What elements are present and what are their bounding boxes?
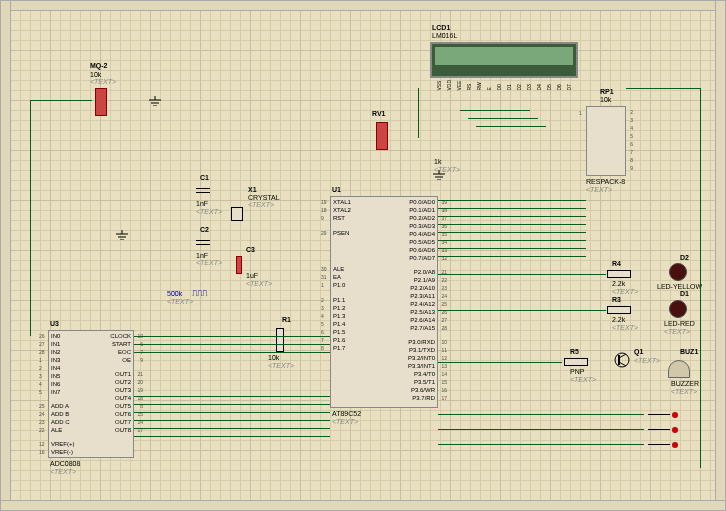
d2-ref: D2 (680, 254, 689, 261)
switch-1[interactable] (648, 410, 678, 420)
switch-2[interactable] (648, 425, 678, 435)
wire (438, 240, 586, 241)
wire (438, 232, 586, 233)
r4-ref: R4 (612, 260, 621, 267)
u3-body[interactable]: 26IN027IN128IN21IN32IN43IN54IN65IN725ADD… (48, 330, 134, 458)
rp1-txt: <TEXT> (586, 186, 612, 193)
q1-txt: <TEXT> (634, 357, 660, 364)
u3-part: ADC0808 (50, 460, 80, 467)
r5-body[interactable] (564, 358, 588, 366)
u3-ref: U3 (50, 320, 59, 327)
buz1-part: BUZZER (671, 380, 699, 387)
wire (134, 436, 330, 437)
x1-ref: X1 (248, 186, 257, 193)
wire (438, 256, 586, 257)
wire (134, 344, 330, 345)
u1-txt: <TEXT> (332, 418, 358, 425)
mq2-pot[interactable] (95, 88, 107, 116)
r1-value: 10k (268, 354, 279, 361)
rp1-ref: RP1 (600, 88, 614, 95)
u1-ref: U1 (332, 186, 341, 193)
r1-txt: <TEXT> (268, 362, 294, 369)
wire (438, 414, 644, 415)
d2-part: LED-YELLOW (657, 283, 702, 290)
wire (30, 100, 31, 336)
ruler-bottom (0, 500, 726, 511)
svg-line-2 (619, 354, 626, 358)
rp1-value: 10k (600, 96, 611, 103)
c2-ref: C2 (200, 226, 209, 233)
r1-body[interactable] (276, 328, 284, 352)
u1-body[interactable]: 19XTAL118XTAL29RST29PSEN30ALE31EA1P1.02P… (330, 196, 438, 408)
wire (700, 88, 701, 468)
wire (438, 208, 586, 209)
buz1-txt: <TEXT> (671, 388, 697, 395)
rv1-value: 1k (434, 158, 441, 165)
rp1-part: RESPACK-8 (586, 178, 625, 185)
x1-part: CRYSTAL (248, 194, 280, 201)
wire (438, 248, 586, 249)
ruler-top (0, 0, 726, 11)
wire (626, 88, 700, 89)
c2-txt: <TEXT> (196, 259, 222, 266)
wire (438, 310, 606, 311)
wire (438, 274, 606, 275)
clock-freq: 500k (167, 290, 182, 297)
rv1-ref: RV1 (372, 110, 386, 117)
d1-txt: <TEXT> (664, 328, 690, 335)
wire (468, 118, 538, 119)
r3-ref: R3 (612, 296, 621, 303)
wire (134, 420, 330, 421)
c1-ref: C1 (200, 174, 209, 181)
mq2-txt: <TEXT> (90, 78, 116, 85)
lcd-ref: LCD1 (432, 24, 450, 31)
switch-3[interactable] (648, 440, 678, 450)
q1-body[interactable] (614, 352, 630, 368)
d1-part: LED-RED (664, 320, 695, 327)
d2-led[interactable] (669, 263, 687, 281)
lcd-part: LM016L (432, 32, 457, 39)
clock-icon[interactable]: ⎍⎍⎍ (192, 288, 216, 298)
wire (476, 126, 546, 127)
x1-txt: <TEXT> (248, 201, 274, 208)
q1-ref: Q1 (634, 348, 643, 355)
c3-body[interactable] (236, 256, 242, 274)
wire (134, 336, 330, 337)
r1-ref: R1 (282, 316, 291, 323)
wire (438, 362, 562, 363)
buz1-body[interactable] (668, 360, 690, 378)
c2-body[interactable] (200, 236, 206, 250)
wire (30, 100, 92, 101)
c1-txt: <TEXT> (196, 208, 222, 215)
rp1-body[interactable]: 123456789 (586, 106, 626, 176)
gnd-icon (148, 96, 162, 106)
x1-body[interactable] (231, 207, 243, 221)
c3-txt: <TEXT> (246, 280, 272, 287)
buz1-ref: BUZ1 (680, 348, 698, 355)
clock-txt: <TEXT> (167, 298, 193, 305)
ruler-right (715, 0, 726, 511)
c3-value: 1uF (246, 272, 258, 279)
ruler-left (0, 0, 11, 511)
gnd-icon (432, 170, 446, 180)
mq2-ref: MQ-2 (90, 62, 108, 69)
mq2-value: 10k (90, 71, 101, 78)
wire (134, 428, 330, 429)
wire (438, 224, 586, 225)
r3-value: 2.2k (612, 316, 625, 323)
r5-txt: <TEXT> (570, 376, 596, 383)
lcd1[interactable] (430, 42, 578, 78)
svg-point-0 (615, 353, 629, 367)
c1-body[interactable] (200, 184, 206, 198)
d1-ref: D1 (680, 290, 689, 297)
r3-body[interactable] (607, 306, 631, 314)
wire (438, 444, 644, 445)
r3-txt: <TEXT> (612, 324, 638, 331)
r4-body[interactable] (607, 270, 631, 278)
d1-led[interactable] (669, 300, 687, 318)
rv1-pot[interactable] (376, 122, 388, 150)
wire (134, 352, 330, 353)
r5-part: PNP (570, 368, 584, 375)
wire (418, 88, 419, 138)
u3-txt: <TEXT> (50, 468, 76, 475)
